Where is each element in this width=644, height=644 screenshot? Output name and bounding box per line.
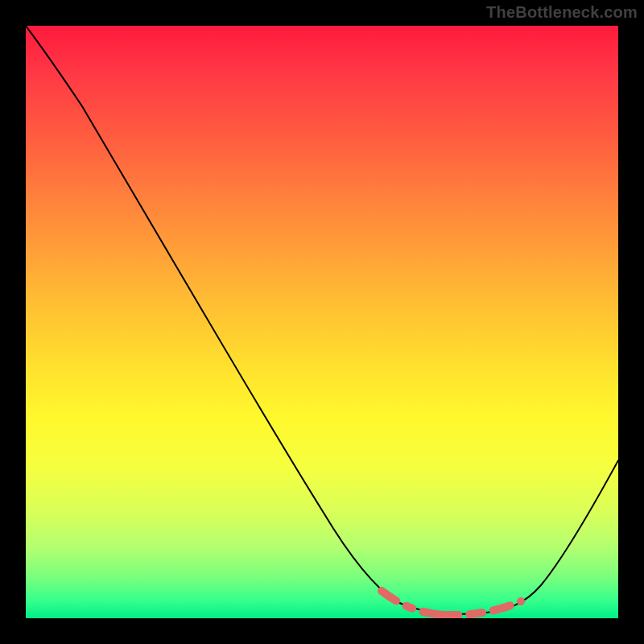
watermark-text: TheBottleneck.com	[486, 3, 638, 22]
chart-frame: TheBottleneck.com	[0, 0, 644, 644]
plot-area	[26, 26, 618, 618]
dashed-highlight	[382, 591, 521, 615]
plot-svg	[26, 26, 618, 618]
curve-line	[26, 26, 618, 614]
